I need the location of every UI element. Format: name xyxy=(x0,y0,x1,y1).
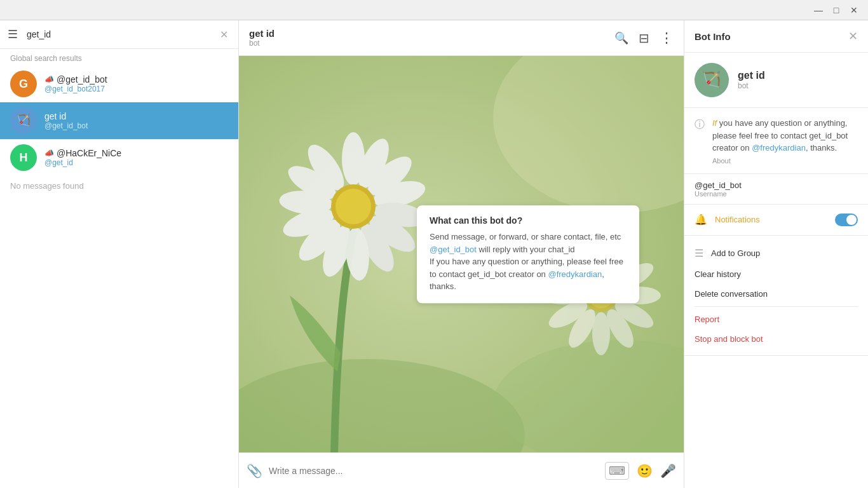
sidebar: ☰ ✕ Global search results G 📣 @get_id_bo… xyxy=(0,20,239,488)
chat-bg-image: What can this bot do? Send message, or f… xyxy=(239,56,684,452)
result-info: 📣 @HaCkEr_NiCe @get_id xyxy=(44,148,121,167)
username-section: @get_id_bot Username xyxy=(684,174,868,205)
bot-avatar: 🏹 xyxy=(695,63,729,97)
clear-history-row[interactable]: Clear history xyxy=(695,264,858,284)
stop-block-bot-row[interactable]: Stop and block bot xyxy=(695,329,858,349)
megaphone-icon: 📣 xyxy=(44,75,54,84)
chat-main: get id bot 🔍 ⊟ ⋮ xyxy=(239,20,684,488)
hamburger-menu-icon[interactable]: ☰ xyxy=(8,27,18,41)
result-sub: @get_id_bot2017 xyxy=(44,85,107,93)
actions-section: ☰ Add to Group Clear history Delete conv… xyxy=(684,236,868,356)
bot-info-panel: Bot Info ✕ 🏹 get id bot ⓘ xyxy=(684,20,868,488)
message-card-body: Send message, or forward, or share conta… xyxy=(430,231,627,293)
bot-name-block: get id bot xyxy=(738,70,765,90)
titlebar: — □ ✕ xyxy=(0,0,868,20)
avatar: H xyxy=(10,144,37,171)
notifications-toggle[interactable] xyxy=(835,214,858,226)
stop-block-bot-label: Stop and block bot xyxy=(695,334,763,344)
panel-title: Bot Info xyxy=(695,31,731,42)
search-icon[interactable]: 🔍 xyxy=(614,31,628,45)
message-card: What can this bot do? Send message, or f… xyxy=(417,205,639,303)
footer-right-icons: ⌨ 🙂 🎤 xyxy=(605,462,676,480)
search-clear-button[interactable]: ✕ xyxy=(220,29,228,41)
result-info: get id @get_id_bot xyxy=(44,111,88,130)
search-input[interactable] xyxy=(24,25,231,43)
clear-history-label: Clear history xyxy=(695,269,741,279)
chat-header-icons: 🔍 ⊟ ⋮ xyxy=(614,30,674,46)
notifications-label: Notifications xyxy=(715,215,827,224)
message-card-title: What can this bot do? xyxy=(430,215,627,226)
info-text: If you have any question or anything, pl… xyxy=(712,117,858,154)
info-row: ⓘ If you have any question or anything, … xyxy=(695,117,858,165)
chat-subtitle: bot xyxy=(249,39,607,48)
delete-conversation-row[interactable]: Delete conversation xyxy=(695,284,858,304)
info-link[interactable]: @fredykardian xyxy=(752,143,806,152)
info-label: About xyxy=(712,157,858,165)
info-circle-icon: ⓘ xyxy=(695,117,705,165)
more-options-icon[interactable]: ⋮ xyxy=(660,30,674,46)
sidebar-header: ☰ ✕ xyxy=(0,20,238,49)
bot-name: get id xyxy=(738,70,765,81)
info-suffix: , thanks. xyxy=(806,143,837,152)
bot-link-2[interactable]: @fredykardian xyxy=(548,269,602,279)
delete-conversation-label: Delete conversation xyxy=(695,289,768,299)
bot-type: bot xyxy=(738,81,765,90)
svg-text:🏹: 🏹 xyxy=(17,113,31,127)
avatar: G xyxy=(10,71,37,97)
search-result-item[interactable]: H 📣 @HaCkEr_NiCe @get_id xyxy=(0,139,238,176)
view-columns-icon[interactable]: ⊟ xyxy=(639,30,649,46)
chat-title: get id xyxy=(249,28,607,39)
message-input[interactable] xyxy=(269,466,599,476)
svg-text:🏹: 🏹 xyxy=(702,70,721,88)
bot-profile: 🏹 get id bot xyxy=(684,53,868,108)
search-result-item[interactable]: 🏹 get id @get_id_bot xyxy=(0,102,238,139)
add-to-group-icon: ☰ xyxy=(695,247,703,259)
result-info: 📣 @get_id_bot @get_id_bot2017 xyxy=(44,74,107,93)
info-content: If you have any question or anything, pl… xyxy=(712,117,858,165)
search-result-item[interactable]: G 📣 @get_id_bot @get_id_bot2017 xyxy=(0,65,238,102)
result-sub: @get_id_bot xyxy=(44,121,88,130)
username-value: @get_id_bot xyxy=(695,180,858,190)
chat-title-block: get id bot xyxy=(249,28,607,48)
maximize-button[interactable]: □ xyxy=(827,1,845,19)
global-search-label: Global search results xyxy=(0,49,238,65)
attach-icon[interactable]: 📎 xyxy=(247,463,262,478)
avatar: 🏹 xyxy=(10,107,37,134)
no-messages-label: No messages found xyxy=(0,176,238,196)
username-label: Username xyxy=(695,190,858,198)
panel-close-button[interactable]: ✕ xyxy=(848,29,858,43)
chat-header: get id bot 🔍 ⊟ ⋮ xyxy=(239,20,684,56)
report-row[interactable]: Report xyxy=(695,309,858,329)
chat-footer: 📎 ⌨ 🙂 🎤 xyxy=(239,452,684,488)
emoji-icon[interactable]: 🙂 xyxy=(637,463,653,478)
result-name: get id xyxy=(44,111,88,121)
add-to-group-label: Add to Group xyxy=(711,248,760,258)
result-sub: @get_id xyxy=(44,158,121,167)
search-wrapper: ✕ xyxy=(24,25,231,43)
report-label: Report xyxy=(695,315,719,324)
bot-link-1[interactable]: @get_id_bot xyxy=(430,245,477,254)
megaphone-icon: 📣 xyxy=(44,149,54,158)
result-name: 📣 @HaCkEr_NiCe xyxy=(44,148,121,158)
mic-icon[interactable]: 🎤 xyxy=(660,463,676,478)
result-name: 📣 @get_id_bot xyxy=(44,74,107,85)
notification-bell-icon: 🔔 xyxy=(695,214,707,226)
chat-background: What can this bot do? Send message, or f… xyxy=(239,56,684,452)
command-icon[interactable]: ⌨ xyxy=(605,462,629,480)
panel-header: Bot Info ✕ xyxy=(684,20,868,53)
app-container: ☰ ✕ Global search results G 📣 @get_id_bo… xyxy=(0,20,868,488)
divider xyxy=(695,306,858,307)
info-section: ⓘ If you have any question or anything, … xyxy=(684,108,868,174)
add-to-group-row[interactable]: ☰ Add to Group xyxy=(695,242,858,264)
minimize-button[interactable]: — xyxy=(810,1,827,19)
notification-row: 🔔 Notifications xyxy=(684,205,868,236)
window-close-button[interactable]: ✕ xyxy=(845,1,863,19)
